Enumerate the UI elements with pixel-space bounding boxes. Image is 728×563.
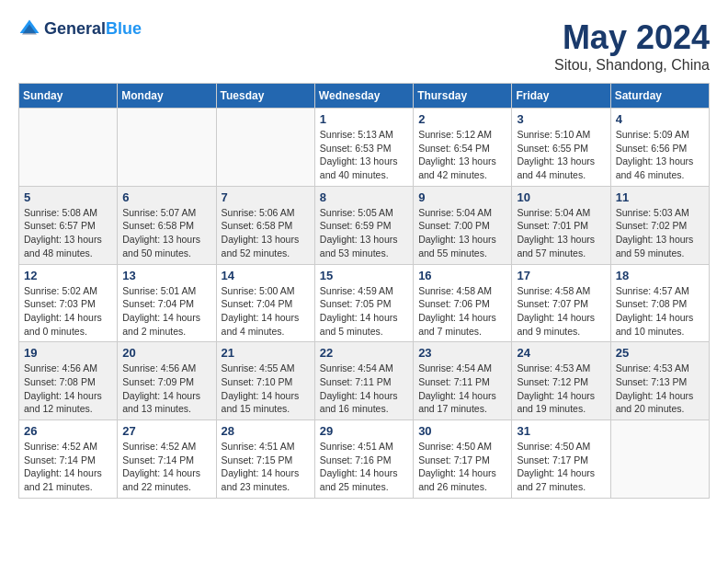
day-number: 18 bbox=[616, 269, 704, 282]
calendar-header-row: SundayMondayTuesdayWednesdayThursdayFrid… bbox=[19, 84, 710, 109]
calendar-cell: 27Sunrise: 4:52 AM Sunset: 7:14 PM Dayli… bbox=[118, 420, 216, 499]
day-number: 28 bbox=[222, 424, 310, 438]
day-number: 22 bbox=[320, 346, 408, 360]
calendar-cell: 31Sunrise: 4:50 AM Sunset: 7:17 PM Dayli… bbox=[512, 420, 610, 499]
day-info: Sunrise: 4:52 AM Sunset: 7:14 PM Dayligh… bbox=[24, 440, 112, 494]
calendar-cell: 17Sunrise: 4:58 AM Sunset: 7:07 PM Dayli… bbox=[512, 264, 610, 342]
day-number: 6 bbox=[122, 190, 210, 204]
day-number: 15 bbox=[320, 269, 408, 282]
day-number: 2 bbox=[418, 112, 506, 126]
calendar-cell: 30Sunrise: 4:50 AM Sunset: 7:17 PM Dayli… bbox=[414, 420, 512, 499]
calendar-cell: 23Sunrise: 4:54 AM Sunset: 7:11 PM Dayli… bbox=[414, 342, 512, 420]
calendar-cell: 14Sunrise: 5:00 AM Sunset: 7:04 PM Dayli… bbox=[216, 264, 314, 342]
day-info: Sunrise: 4:52 AM Sunset: 7:14 PM Dayligh… bbox=[122, 440, 210, 494]
calendar-week-row: 26Sunrise: 4:52 AM Sunset: 7:14 PM Dayli… bbox=[19, 420, 710, 499]
day-info: Sunrise: 4:50 AM Sunset: 7:17 PM Dayligh… bbox=[418, 440, 506, 494]
calendar-cell: 28Sunrise: 4:51 AM Sunset: 7:15 PM Dayli… bbox=[216, 420, 314, 499]
day-info: Sunrise: 5:10 AM Sunset: 6:55 PM Dayligh… bbox=[517, 128, 605, 182]
day-number: 7 bbox=[222, 190, 310, 204]
weekday-header-saturday: Saturday bbox=[610, 84, 709, 109]
day-number: 13 bbox=[122, 269, 210, 282]
day-info: Sunrise: 4:51 AM Sunset: 7:16 PM Dayligh… bbox=[320, 440, 408, 494]
calendar-cell bbox=[610, 420, 709, 499]
calendar-cell: 8Sunrise: 5:05 AM Sunset: 6:59 PM Daylig… bbox=[314, 186, 413, 264]
day-info: Sunrise: 5:03 AM Sunset: 7:02 PM Dayligh… bbox=[616, 206, 704, 260]
day-info: Sunrise: 4:56 AM Sunset: 7:08 PM Dayligh… bbox=[24, 362, 112, 416]
calendar-cell: 16Sunrise: 4:58 AM Sunset: 7:06 PM Dayli… bbox=[414, 264, 512, 342]
weekday-header-wednesday: Wednesday bbox=[314, 84, 413, 109]
day-number: 25 bbox=[616, 346, 704, 360]
weekday-header-friday: Friday bbox=[512, 84, 610, 109]
day-number: 5 bbox=[24, 190, 112, 204]
day-number: 19 bbox=[24, 346, 112, 360]
day-number: 16 bbox=[418, 269, 506, 282]
calendar-cell: 10Sunrise: 5:04 AM Sunset: 7:01 PM Dayli… bbox=[512, 186, 610, 264]
day-number: 3 bbox=[517, 112, 605, 126]
calendar-cell bbox=[216, 109, 314, 187]
day-number: 1 bbox=[320, 112, 408, 126]
calendar-cell: 6Sunrise: 5:07 AM Sunset: 6:58 PM Daylig… bbox=[118, 186, 216, 264]
calendar-week-row: 5Sunrise: 5:08 AM Sunset: 6:57 PM Daylig… bbox=[19, 186, 710, 264]
weekday-header-thursday: Thursday bbox=[414, 84, 512, 109]
calendar-week-row: 12Sunrise: 5:02 AM Sunset: 7:03 PM Dayli… bbox=[19, 264, 710, 342]
weekday-header-sunday: Sunday bbox=[19, 84, 118, 109]
day-number: 26 bbox=[24, 424, 112, 438]
day-info: Sunrise: 5:00 AM Sunset: 7:04 PM Dayligh… bbox=[222, 284, 310, 339]
day-info: Sunrise: 5:08 AM Sunset: 6:57 PM Dayligh… bbox=[24, 206, 112, 260]
calendar-cell: 22Sunrise: 4:54 AM Sunset: 7:11 PM Dayli… bbox=[314, 342, 413, 420]
day-number: 24 bbox=[517, 346, 605, 360]
day-info: Sunrise: 5:04 AM Sunset: 7:00 PM Dayligh… bbox=[418, 206, 506, 260]
calendar-cell: 5Sunrise: 5:08 AM Sunset: 6:57 PM Daylig… bbox=[19, 186, 118, 264]
calendar-cell: 29Sunrise: 4:51 AM Sunset: 7:16 PM Dayli… bbox=[314, 420, 413, 499]
day-info: Sunrise: 5:02 AM Sunset: 7:03 PM Dayligh… bbox=[24, 284, 112, 339]
calendar-table: SundayMondayTuesdayWednesdayThursdayFrid… bbox=[18, 83, 710, 499]
day-info: Sunrise: 4:57 AM Sunset: 7:08 PM Dayligh… bbox=[616, 284, 704, 339]
day-info: Sunrise: 5:07 AM Sunset: 6:58 PM Dayligh… bbox=[122, 206, 210, 260]
page-header: GeneralBlue May 2024 Sitou, Shandong, Ch… bbox=[18, 18, 710, 74]
day-number: 9 bbox=[418, 190, 506, 204]
day-info: Sunrise: 4:53 AM Sunset: 7:13 PM Dayligh… bbox=[616, 362, 704, 416]
calendar-cell: 21Sunrise: 4:55 AM Sunset: 7:10 PM Dayli… bbox=[216, 342, 314, 420]
day-info: Sunrise: 4:53 AM Sunset: 7:12 PM Dayligh… bbox=[517, 362, 605, 416]
day-info: Sunrise: 5:09 AM Sunset: 6:56 PM Dayligh… bbox=[616, 128, 704, 182]
day-info: Sunrise: 4:59 AM Sunset: 7:05 PM Dayligh… bbox=[320, 284, 408, 339]
logo-text: GeneralBlue bbox=[44, 20, 142, 39]
day-info: Sunrise: 5:06 AM Sunset: 6:58 PM Dayligh… bbox=[222, 206, 310, 260]
calendar-cell: 9Sunrise: 5:04 AM Sunset: 7:00 PM Daylig… bbox=[414, 186, 512, 264]
day-number: 12 bbox=[24, 269, 112, 282]
day-number: 14 bbox=[222, 269, 310, 282]
calendar-cell: 13Sunrise: 5:01 AM Sunset: 7:04 PM Dayli… bbox=[118, 264, 216, 342]
calendar-cell: 3Sunrise: 5:10 AM Sunset: 6:55 PM Daylig… bbox=[512, 109, 610, 187]
day-info: Sunrise: 4:55 AM Sunset: 7:10 PM Dayligh… bbox=[222, 362, 310, 416]
day-number: 20 bbox=[122, 346, 210, 360]
day-info: Sunrise: 5:01 AM Sunset: 7:04 PM Dayligh… bbox=[122, 284, 210, 339]
day-info: Sunrise: 4:51 AM Sunset: 7:15 PM Dayligh… bbox=[222, 440, 310, 494]
title-block: May 2024 Sitou, Shandong, China bbox=[554, 18, 710, 74]
day-info: Sunrise: 4:58 AM Sunset: 7:06 PM Dayligh… bbox=[418, 284, 506, 339]
logo: GeneralBlue bbox=[18, 18, 142, 40]
day-number: 10 bbox=[517, 190, 605, 204]
day-info: Sunrise: 5:04 AM Sunset: 7:01 PM Dayligh… bbox=[517, 206, 605, 260]
day-number: 31 bbox=[517, 424, 605, 438]
calendar-cell: 15Sunrise: 4:59 AM Sunset: 7:05 PM Dayli… bbox=[314, 264, 413, 342]
calendar-cell: 11Sunrise: 5:03 AM Sunset: 7:02 PM Dayli… bbox=[610, 186, 709, 264]
day-info: Sunrise: 5:05 AM Sunset: 6:59 PM Dayligh… bbox=[320, 206, 408, 260]
day-number: 17 bbox=[517, 269, 605, 282]
day-info: Sunrise: 4:58 AM Sunset: 7:07 PM Dayligh… bbox=[517, 284, 605, 339]
calendar-cell: 19Sunrise: 4:56 AM Sunset: 7:08 PM Dayli… bbox=[19, 342, 118, 420]
day-number: 8 bbox=[320, 190, 408, 204]
day-number: 4 bbox=[616, 112, 704, 126]
day-number: 27 bbox=[122, 424, 210, 438]
calendar-cell: 26Sunrise: 4:52 AM Sunset: 7:14 PM Dayli… bbox=[19, 420, 118, 499]
calendar-cell: 2Sunrise: 5:12 AM Sunset: 6:54 PM Daylig… bbox=[414, 109, 512, 187]
calendar-cell: 7Sunrise: 5:06 AM Sunset: 6:58 PM Daylig… bbox=[216, 186, 314, 264]
calendar-week-row: 1Sunrise: 5:13 AM Sunset: 6:53 PM Daylig… bbox=[19, 109, 710, 187]
day-info: Sunrise: 4:50 AM Sunset: 7:17 PM Dayligh… bbox=[517, 440, 605, 494]
day-info: Sunrise: 5:12 AM Sunset: 6:54 PM Dayligh… bbox=[418, 128, 506, 182]
calendar-cell: 25Sunrise: 4:53 AM Sunset: 7:13 PM Dayli… bbox=[610, 342, 709, 420]
calendar-cell: 20Sunrise: 4:56 AM Sunset: 7:09 PM Dayli… bbox=[118, 342, 216, 420]
day-number: 23 bbox=[418, 346, 506, 360]
calendar-body: 1Sunrise: 5:13 AM Sunset: 6:53 PM Daylig… bbox=[19, 109, 710, 499]
calendar-cell: 18Sunrise: 4:57 AM Sunset: 7:08 PM Dayli… bbox=[610, 264, 709, 342]
calendar-cell: 1Sunrise: 5:13 AM Sunset: 6:53 PM Daylig… bbox=[314, 109, 413, 187]
